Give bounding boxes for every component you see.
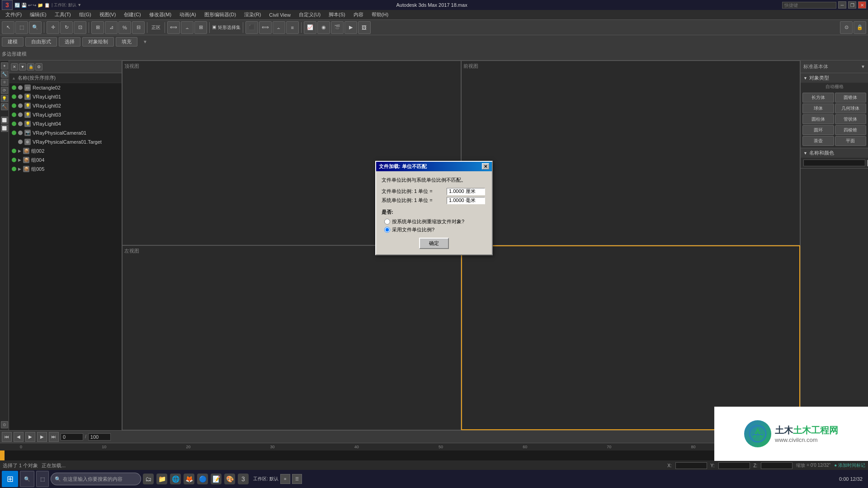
taskbar-firefox[interactable]: 🦊 (184, 474, 194, 484)
tree-expand-arrow[interactable]: ▶ (18, 167, 21, 171)
menu-modifiers[interactable]: 修改器(M) (146, 10, 175, 19)
material-editor[interactable]: ◉ (317, 21, 330, 34)
snap-toggle[interactable]: ⊞ (91, 21, 104, 34)
tree-item[interactable]: 💡 VRayLight02 (9, 101, 122, 110)
add-time-tag[interactable]: ● 添加时间标记 (834, 462, 865, 469)
scale-tool[interactable]: ⊡ (74, 21, 86, 34)
mirror-btn2[interactable]: ⟺ (259, 21, 272, 34)
btn-cone[interactable]: 圆锥体 (835, 93, 867, 103)
tab-select[interactable]: 选择 (59, 37, 80, 47)
tree-item[interactable]: ⊕ VRayPhysicalCamera01.Target (9, 137, 122, 146)
taskbar-3dsmax[interactable]: 3 (238, 474, 249, 484)
viewport-front[interactable]: 前视图 (461, 61, 800, 245)
menu-render[interactable]: 渲染(R) (241, 10, 264, 19)
render-setup[interactable]: 🎬 (331, 21, 344, 34)
sidebar-utilities-icon[interactable]: 🔨 (1, 103, 8, 110)
sidebar-modify-icon[interactable]: 🔧 (1, 70, 8, 78)
btn-box[interactable]: 长方体 (802, 93, 834, 103)
btn-cylinder[interactable]: 圆柱体 (802, 114, 834, 124)
tree-item[interactable]: ▶ 📦 组002 (9, 146, 122, 155)
tree-item[interactable]: 💡 VRayLight04 (9, 119, 122, 128)
render-frame[interactable]: 🖼 (358, 21, 371, 34)
btn-sphere[interactable]: 球体 (802, 103, 834, 113)
dialog-close-button[interactable]: ✕ (482, 163, 489, 169)
name-color-header[interactable]: ▼ 名称和颜色 (801, 148, 868, 158)
workarea-list[interactable]: ☰ (292, 474, 302, 484)
align-tool[interactable]: ⫠ (181, 21, 193, 34)
menu-animation[interactable]: 动画(A) (176, 10, 200, 19)
radio-rescale-input[interactable] (384, 219, 390, 225)
viewport-perspective[interactable]: 透视图 (461, 245, 800, 430)
play-btn[interactable]: ▶ (25, 432, 35, 442)
isolate-selection[interactable]: ⊙ (840, 21, 853, 34)
menu-tools[interactable]: 工具(T) (51, 10, 75, 19)
tree-expand-arrow[interactable]: ▶ (18, 149, 21, 153)
taskbar-folder[interactable]: 📁 (156, 474, 167, 484)
menu-customize[interactable]: 自定义(U) (295, 10, 324, 19)
shortcut-search[interactable] (782, 2, 836, 9)
menu-group[interactable]: 组(G) (75, 10, 95, 19)
tree-item[interactable]: ▶ 📦 组005 (9, 164, 122, 174)
panel-lock-btn[interactable]: 🔒 (27, 63, 34, 70)
menu-graph-editor[interactable]: 图形编辑器(D) (201, 10, 240, 19)
sys-unit-value[interactable] (447, 197, 485, 204)
coord-x-input[interactable] (675, 462, 707, 469)
panel-close-btn[interactable]: ✕ (11, 63, 18, 70)
tree-item[interactable]: 💡 VRayLight03 (9, 110, 122, 119)
dialog-ok-button[interactable]: 确定 (419, 238, 449, 249)
key-mode-btn[interactable]: ⏮ (2, 432, 12, 442)
minimize-button[interactable]: ─ (838, 1, 846, 9)
menu-file[interactable]: 文件(F) (2, 10, 25, 19)
file-unit-value[interactable] (447, 188, 485, 195)
taskbar-app7[interactable]: 🎨 (224, 474, 235, 484)
spinner-snap[interactable]: ⊟ (132, 21, 145, 34)
tree-expand-arrow[interactable]: ▶ (18, 158, 21, 162)
menu-civil-view[interactable]: Civil View (265, 11, 294, 19)
search-btn[interactable]: 🔍 (20, 471, 34, 487)
menu-edit[interactable]: 编辑(E) (26, 10, 50, 19)
taskbar-edge[interactable]: 🌐 (170, 474, 181, 484)
panel-filter-btn[interactable]: ▼ (19, 63, 26, 70)
menu-help[interactable]: 帮助(H) (368, 10, 392, 19)
tree-item[interactable]: ▭ Rectangle02 (9, 83, 122, 92)
tab-fill[interactable]: 填充 (116, 37, 137, 47)
panel-settings-btn[interactable]: ⚙ (35, 63, 42, 70)
next-frame-btn[interactable]: ▶ (37, 432, 47, 442)
tab-freeform[interactable]: 自由形式 (25, 37, 57, 47)
mirror-tool[interactable]: ⟺ (167, 21, 180, 34)
current-frame-input[interactable]: 0 (61, 433, 83, 441)
object-name-input[interactable] (803, 160, 865, 166)
coord-z-input[interactable] (761, 462, 793, 469)
tree-item[interactable]: 💡 VRayLight01 (9, 92, 122, 101)
taskbar-search[interactable]: 🔍 在这里输入你要搜索的内容 (51, 473, 141, 485)
sidebar-motion-icon[interactable]: ⟳ (1, 87, 8, 94)
object-type-header[interactable]: ▼ 对象类型 (801, 73, 868, 83)
sidebar-extra1[interactable]: ⬜ (1, 117, 8, 124)
taskbar-app5[interactable]: 🔵 (197, 474, 208, 484)
align-btn2[interactable]: ⫠ (273, 21, 285, 34)
close-button[interactable]: ✕ (858, 1, 866, 9)
region-select[interactable]: ⬚ (15, 21, 28, 34)
btn-torus[interactable]: 圆环 (802, 125, 834, 135)
radio-use-file[interactable]: 采用文件单位比例? (384, 226, 486, 233)
array-tool[interactable]: ⊞ (194, 21, 207, 34)
prev-frame-btn[interactable]: ◀ (14, 432, 24, 442)
task-view-btn[interactable]: ⬚ (36, 471, 49, 487)
select-tool[interactable]: ↖ (2, 21, 14, 34)
menu-content[interactable]: 内容 (350, 10, 367, 19)
angle-snap[interactable]: ⊿ (105, 21, 118, 34)
viewport-left[interactable]: 左视图 (122, 245, 461, 430)
tab-modeling[interactable]: 建模 (2, 37, 24, 47)
sidebar-hierarchy-icon[interactable]: ⚛ (1, 79, 8, 86)
btn-geosphere[interactable]: 几何球体 (835, 103, 867, 113)
layer-manager[interactable]: ≡ (286, 21, 299, 34)
start-button[interactable]: ⊞ (2, 471, 18, 487)
total-frames-input[interactable]: 100 (88, 433, 111, 441)
graph-editor-btn[interactable]: 📈 (304, 21, 316, 34)
taskbar-app6[interactable]: 📝 (211, 474, 222, 484)
radio-rescale[interactable]: 按系统单位比例重缩放文件对象? (384, 218, 486, 225)
select-filter[interactable]: 🔍 (29, 21, 42, 34)
tree-item[interactable]: ▶ 📦 组004 (9, 155, 122, 164)
scrubber-handle[interactable] (0, 450, 5, 460)
btn-tube[interactable]: 管状体 (835, 114, 867, 124)
